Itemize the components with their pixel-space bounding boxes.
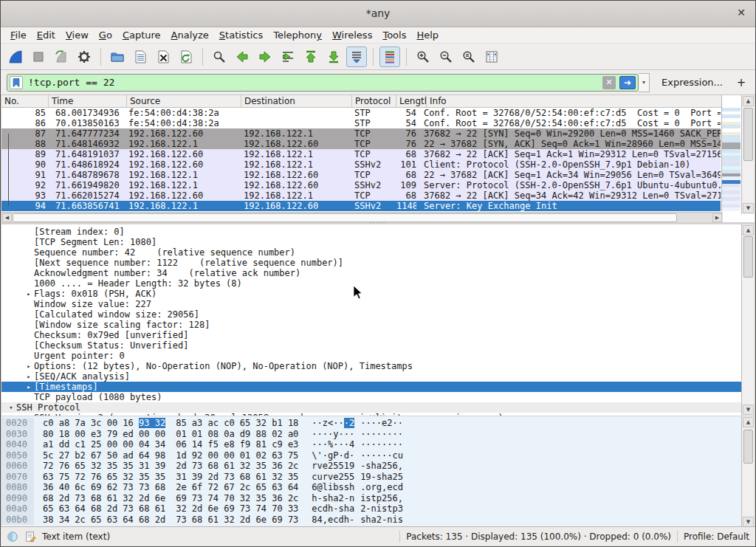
packet-row[interactable]: 8971.648191037192.168.122.60192.168.122.… [1,149,721,159]
add-filter-button[interactable]: + [733,76,749,89]
menu-file[interactable]: File [5,28,32,42]
go-to-top-button[interactable] [300,47,321,67]
scroll-up-icon[interactable]: ▲ [743,417,754,427]
detail-row[interactable]: [Stream index: 0] [1,227,743,237]
detail-row[interactable]: ▸Options: (12 bytes), No-Operation (NOP)… [1,361,743,371]
display-filter-input[interactable] [27,76,599,89]
column-header-info[interactable]: Info [427,95,721,107]
menu-telephony[interactable]: Telephony [268,28,327,42]
menu-edit[interactable]: Edit [32,28,61,42]
expert-info-icon[interactable] [7,531,18,543]
zoom-out-button[interactable] [436,47,456,67]
hex-row[interactable]: 0040a1 dd c1 25 00 00 04 3406 14 f5 e8 f… [1,439,755,450]
colorize-button[interactable] [379,47,400,67]
scroll-up-icon[interactable]: ▲ [743,96,754,106]
close-file-button[interactable] [153,47,173,67]
detail-row[interactable]: [Next sequence number: 1122 (relative se… [1,258,743,268]
hex-row[interactable]: 00b038 34 2c 65 63 64 68 2d73 68 61 32 2… [1,515,755,526]
close-icon[interactable]: ✕ [735,7,748,18]
hex-row[interactable]: 0020c0 a8 7a 3c 00 16 93 3285 a3 ac c0 6… [1,418,755,429]
hex-row[interactable]: 00a065 63 64 68 2d 73 68 6132 2d 6e 69 7… [1,503,755,515]
start-capture-button[interactable] [5,47,26,67]
detail-row[interactable]: ▸Flags: 0x018 (PSH, ACK) [1,289,743,299]
packet-row[interactable]: 9271.661949820192.168.122.1192.168.122.6… [1,180,721,190]
column-header-no[interactable]: No. [1,95,49,107]
detail-row[interactable]: [TCP Segment Len: 1080] [1,237,743,247]
column-header-length[interactable]: Length [396,95,427,107]
packet-row[interactable]: 8670.013850163fe:54:00:d4:38:2aSTP54Conf… [1,118,721,128]
filter-apply-button[interactable]: ➜ [619,76,636,89]
packet-row[interactable]: 8771.647777234192.168.122.60192.168.122.… [1,128,721,139]
packet-row[interactable]: 9071.648618924192.168.122.60192.168.122.… [1,159,721,170]
detail-row[interactable]: ▾SSH Protocol [1,402,743,413]
status-profile[interactable]: Profile: Default [684,531,749,542]
filter-clear-button[interactable]: ✕ [602,76,616,89]
hex-row[interactable]: 006072 76 65 32 35 35 31 392d 73 68 61 3… [1,461,755,472]
detail-row[interactable]: Acknowledgment number: 34 (relative ack … [1,268,743,278]
hex-row[interactable]: 007063 75 72 76 65 32 35 3531 39 2d 73 6… [1,472,755,483]
detail-row[interactable]: TCP payload (1080 bytes) [1,392,743,402]
auto-scroll-button[interactable] [346,47,367,67]
menu-tools[interactable]: Tools [377,28,411,42]
packet-row[interactable]: 9171.648789678192.168.122.1192.168.122.6… [1,170,721,180]
menu-capture[interactable]: Capture [117,28,166,42]
resize-columns-button[interactable] [481,47,502,67]
reload-file-button[interactable] [176,47,196,67]
save-file-button[interactable] [130,47,151,67]
scrollbar-thumb[interactable] [743,236,753,278]
chevron-right-icon[interactable]: ▸ [24,289,34,299]
go-forward-button[interactable] [255,47,275,67]
packet-list-hscrollbar[interactable]: ◀ ▶ [1,212,723,222]
detail-row[interactable]: Urgent pointer: 0 [1,351,743,361]
filter-bookmark-button[interactable] [10,76,23,89]
detail-row[interactable]: [Window size scaling factor: 128] [1,320,743,330]
hex-row[interactable]: 008036 40 6c 69 62 73 73 682e 6f 72 67 2… [1,482,755,493]
packet-row[interactable]: 8568.001734936fe:54:00:d4:38:2aSTP54Conf… [1,108,721,118]
hex-vscrollbar[interactable]: ▲ ▼ [741,416,755,528]
menu-view[interactable]: View [61,28,94,42]
chevron-right-icon[interactable]: ▸ [24,371,34,382]
menu-go[interactable]: Go [94,28,117,42]
expression-button[interactable]: Expression... [662,77,723,88]
go-to-bottom-button[interactable] [323,47,344,67]
chevron-right-icon[interactable]: ▸ [24,361,34,371]
scroll-left-icon[interactable]: ◀ [2,213,12,222]
scrollbar-thumb[interactable] [743,430,753,464]
packet-row[interactable]: 8871.648146932192.168.122.1192.168.122.6… [1,139,721,149]
detail-row[interactable]: Sequence number: 42 (relative sequence n… [1,247,743,258]
find-packet-button[interactable] [209,47,230,67]
go-back-button[interactable] [232,47,252,67]
menu-statistics[interactable]: Statistics [214,28,268,42]
menu-analyze[interactable]: Analyze [166,28,214,42]
detail-row[interactable]: Window size value: 227 [1,299,743,309]
scroll-down-icon[interactable]: ▼ [743,203,754,213]
menu-wireless[interactable]: Wireless [327,28,377,42]
scrollbar-thumb[interactable] [743,108,753,161]
display-filter-field[interactable]: ✕ ➜ [7,74,639,92]
hex-row[interactable]: 003080 18 00 e3 79 ed 00 0001 01 08 0a d… [1,429,755,440]
detail-row[interactable]: Checksum: 0x79ed [unverified] [1,330,743,340]
title-bar[interactable]: *any ✕ [1,1,755,27]
column-header-source[interactable]: Source [127,95,241,107]
packet-list-vscrollbar[interactable]: ▲ ▼ [741,95,755,214]
detail-row[interactable]: [Checksum Status: Unverified] [1,340,743,351]
column-header-time[interactable]: Time [49,95,127,107]
detail-row[interactable]: ▸[Timestamps] [1,382,743,392]
hex-row[interactable]: 00505c 27 b2 67 50 ad 64 981d 92 00 00 0… [1,450,755,461]
scroll-up-icon[interactable]: ▲ [743,225,754,235]
open-file-button[interactable] [107,47,128,67]
scroll-down-icon[interactable]: ▼ [743,405,754,415]
column-header-protocol[interactable]: Protocol [352,95,396,107]
filter-history-dropdown[interactable]: ▾ [639,73,650,92]
packet-row[interactable]: 9471.663856741192.168.122.1192.168.122.6… [1,201,721,211]
capture-comment-icon[interactable] [24,531,36,543]
column-header-destination[interactable]: Destination [241,95,352,107]
stop-capture-button[interactable] [28,47,49,67]
zoom-reset-button[interactable] [458,47,479,67]
capture-options-button[interactable] [74,47,94,67]
go-to-packet-button[interactable] [278,47,298,67]
chevron-down-icon[interactable]: ▾ [6,402,16,413]
hex-row[interactable]: 009068 2d 73 68 61 32 2d 6e69 73 74 70 3… [1,493,755,504]
detail-row[interactable]: ▸[SEQ/ACK analysis] [1,371,743,382]
scroll-down-icon[interactable]: ▼ [743,517,754,527]
